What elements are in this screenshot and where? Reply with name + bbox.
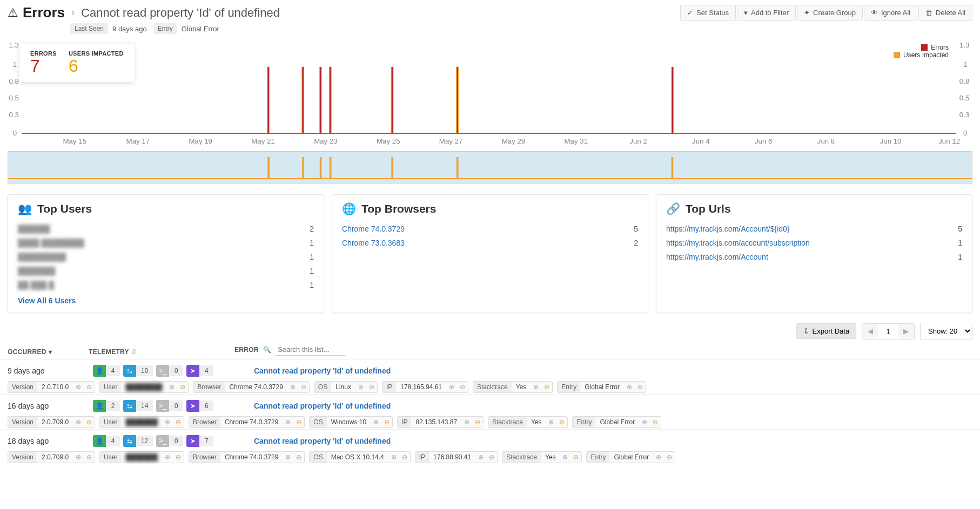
console-badge[interactable]: >_0 bbox=[156, 400, 183, 412]
minus-icon[interactable]: ⊖ bbox=[650, 417, 661, 427]
minus-icon[interactable]: ⊖ bbox=[541, 382, 552, 392]
user-badge[interactable]: 👤2 bbox=[93, 400, 120, 412]
meta-tag[interactable]: User████████⊕⊖ bbox=[99, 381, 189, 393]
list-item[interactable]: Chrome 74.0.37295 bbox=[342, 222, 638, 236]
view-all-users-link[interactable]: View All 6 Users bbox=[18, 296, 314, 305]
meta-tag[interactable]: Version2.0.709.0⊕⊖ bbox=[8, 451, 95, 463]
meta-tag[interactable]: EntryGlobal Error⊕⊖ bbox=[557, 381, 646, 393]
create-group-button[interactable]: ✦Create Group bbox=[797, 5, 863, 21]
list-item[interactable]: ███████1 bbox=[18, 264, 314, 278]
col-occurred[interactable]: OCCURRED ▾ bbox=[8, 348, 89, 356]
item-name[interactable]: ████ ████████ bbox=[18, 239, 84, 247]
plus-icon[interactable]: ⊕ bbox=[624, 382, 635, 392]
plus-icon[interactable]: ⊕ bbox=[73, 417, 84, 427]
plus-icon[interactable]: ⊕ bbox=[531, 382, 541, 392]
meta-tag[interactable]: OSLinux⊕⊖ bbox=[314, 381, 378, 393]
list-item[interactable]: █████████1 bbox=[18, 250, 314, 264]
user-badge[interactable]: 👤4 bbox=[93, 435, 120, 447]
minus-icon[interactable]: ⊖ bbox=[556, 417, 567, 427]
meta-tag[interactable]: EntryGlobal Error⊕⊖ bbox=[586, 451, 675, 463]
plus-icon[interactable]: ⊕ bbox=[388, 452, 399, 463]
error-message-link[interactable]: Cannot read property 'Id' of undefined bbox=[254, 437, 391, 445]
list-item[interactable]: https://my.trackjs.com/account/subscript… bbox=[666, 236, 962, 250]
plus-icon[interactable]: ⊕ bbox=[162, 417, 173, 427]
minus-icon[interactable]: ⊖ bbox=[298, 382, 309, 392]
meta-tag[interactable]: OSWindows 10⊕⊖ bbox=[309, 416, 393, 428]
item-name[interactable]: https://my.trackjs.com/account/subscript… bbox=[666, 239, 810, 247]
item-name[interactable]: Chrome 73.0.3683 bbox=[342, 239, 405, 247]
plus-icon[interactable]: ⊕ bbox=[73, 382, 84, 392]
nav-badge[interactable]: ➤7 bbox=[186, 435, 213, 447]
meta-tag[interactable]: IP178.165.94.61⊕⊖ bbox=[382, 381, 468, 393]
meta-tag[interactable]: User███████⊕⊖ bbox=[99, 416, 184, 428]
item-name[interactable]: ██ ███ █ bbox=[18, 281, 54, 289]
user-badge[interactable]: 👤4 bbox=[93, 365, 120, 377]
network-badge[interactable]: ⇆14 bbox=[123, 400, 153, 412]
minus-icon[interactable]: ⊖ bbox=[84, 452, 95, 463]
delete-all-button[interactable]: 🗑Delete All bbox=[918, 5, 972, 21]
item-name[interactable]: https://my.trackjs.com/Account bbox=[666, 253, 768, 261]
list-item[interactable]: https://my.trackjs.com/Account1 bbox=[666, 250, 962, 264]
meta-tag[interactable]: Version2.0.709.0⊕⊖ bbox=[8, 416, 95, 428]
plus-icon[interactable]: ⊕ bbox=[355, 382, 366, 392]
meta-tag[interactable]: Version2.0.710.0⊕⊖ bbox=[8, 381, 95, 393]
minus-icon[interactable]: ⊖ bbox=[570, 452, 581, 463]
minus-icon[interactable]: ⊖ bbox=[293, 417, 304, 427]
nav-badge[interactable]: ➤4 bbox=[186, 365, 213, 377]
minus-icon[interactable]: ⊖ bbox=[381, 417, 392, 427]
minus-icon[interactable]: ⊖ bbox=[84, 417, 95, 427]
item-name[interactable]: ██████ bbox=[18, 225, 50, 233]
network-badge[interactable]: ⇆12 bbox=[123, 435, 153, 447]
meta-tag[interactable]: BrowserChrome 74.0.3729⊕⊖ bbox=[193, 381, 309, 393]
minus-icon[interactable]: ⊖ bbox=[293, 452, 304, 463]
add-filter-button[interactable]: ▾Add to Filter bbox=[737, 5, 796, 21]
pager-next-button[interactable]: ▶ bbox=[898, 324, 914, 338]
plus-icon[interactable]: ⊕ bbox=[639, 417, 650, 427]
plus-icon[interactable]: ⊕ bbox=[73, 452, 84, 463]
show-count-select[interactable]: Show: 20 bbox=[920, 323, 972, 340]
list-item[interactable]: Chrome 73.0.36832 bbox=[342, 236, 638, 250]
item-name[interactable]: █████████ bbox=[18, 253, 66, 261]
meta-tag[interactable]: OSMac OS X 10.14.4⊕⊖ bbox=[309, 451, 410, 463]
plus-icon[interactable]: ⊕ bbox=[283, 452, 293, 463]
console-badge[interactable]: >_0 bbox=[156, 435, 183, 447]
meta-tag[interactable]: IP82.135.143.87⊕⊖ bbox=[397, 416, 484, 428]
minus-icon[interactable]: ⊖ bbox=[457, 382, 468, 392]
minus-icon[interactable]: ⊖ bbox=[177, 382, 188, 392]
plus-icon[interactable]: ⊕ bbox=[371, 417, 381, 427]
list-item[interactable]: ██ ███ █1 bbox=[18, 278, 314, 292]
item-name[interactable]: ███████ bbox=[18, 267, 55, 275]
range-selector-chart[interactable] bbox=[8, 151, 972, 184]
plus-icon[interactable]: ⊕ bbox=[546, 417, 556, 427]
export-data-button[interactable]: ⇩Export Data bbox=[796, 323, 857, 339]
list-item[interactable]: https://my.trackjs.com/Account/${id0}5 bbox=[666, 222, 962, 236]
meta-tag[interactable]: BrowserChrome 74.0.3729⊕⊖ bbox=[189, 416, 305, 428]
minus-icon[interactable]: ⊖ bbox=[486, 452, 497, 463]
plus-icon[interactable]: ⊕ bbox=[560, 452, 570, 463]
meta-tag[interactable]: EntryGlobal Error⊕⊖ bbox=[572, 416, 661, 428]
console-badge[interactable]: >_0 bbox=[156, 365, 183, 377]
minus-icon[interactable]: ⊖ bbox=[635, 382, 646, 392]
meta-tag[interactable]: User███████⊕⊖ bbox=[99, 451, 184, 463]
item-name[interactable]: Chrome 74.0.3729 bbox=[342, 225, 405, 233]
plus-icon[interactable]: ⊕ bbox=[283, 417, 293, 427]
col-telemetry[interactable]: TELEMETRY ⇵ bbox=[89, 348, 234, 356]
minus-icon[interactable]: ⊖ bbox=[399, 452, 410, 463]
network-badge[interactable]: ⇆10 bbox=[123, 365, 153, 377]
main-chart[interactable]: 1.3 1 0.8 0.5 0.3 0 1.3 1 0.8 0.5 0.3 0 bbox=[8, 40, 972, 148]
error-message-link[interactable]: Cannot read property 'Id' of undefined bbox=[254, 367, 391, 375]
pager-prev-button[interactable]: ◀ bbox=[862, 324, 878, 338]
minus-icon[interactable]: ⊖ bbox=[366, 382, 377, 392]
ignore-all-button[interactable]: 👁Ignore All bbox=[864, 5, 917, 21]
minus-icon[interactable]: ⊖ bbox=[84, 382, 95, 392]
plus-icon[interactable]: ⊕ bbox=[461, 417, 472, 427]
minus-icon[interactable]: ⊖ bbox=[472, 417, 483, 427]
list-item[interactable]: ████ ████████1 bbox=[18, 236, 314, 250]
meta-tag[interactable]: StacktraceYes⊕⊖ bbox=[473, 381, 553, 393]
plus-icon[interactable]: ⊕ bbox=[446, 382, 457, 392]
set-status-button[interactable]: ✓Set Status bbox=[680, 5, 736, 21]
minus-icon[interactable]: ⊖ bbox=[173, 452, 184, 463]
minus-icon[interactable]: ⊖ bbox=[173, 417, 184, 427]
plus-icon[interactable]: ⊕ bbox=[287, 382, 298, 392]
list-item[interactable]: ██████2 bbox=[18, 222, 314, 236]
